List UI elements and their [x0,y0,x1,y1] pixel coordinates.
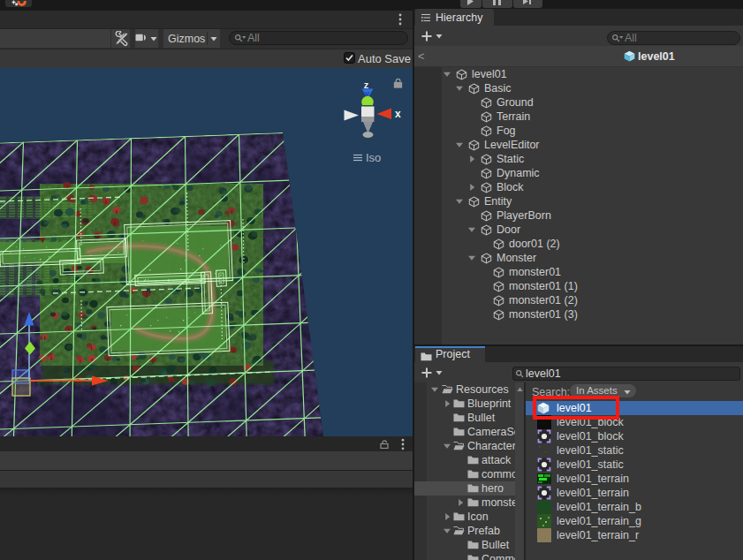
svg-text:x: x [395,108,401,120]
svg-text:Iso: Iso [366,151,381,164]
